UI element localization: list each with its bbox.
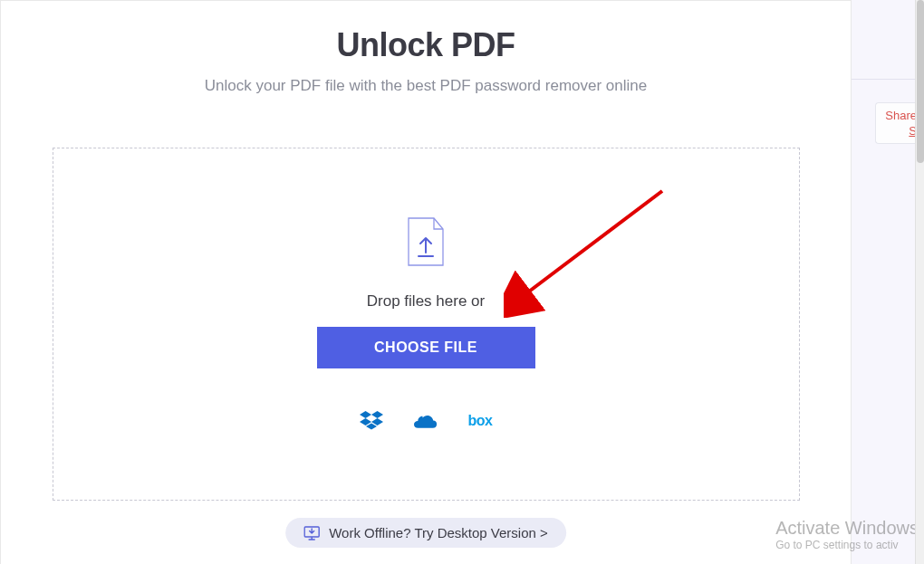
upload-document-icon bbox=[405, 216, 447, 269]
scrollbar-thumb[interactable] bbox=[917, 0, 924, 163]
share-tab-line2: S bbox=[885, 124, 917, 139]
desktop-version-button[interactable]: Work Offline? Try Desktop Version > bbox=[285, 518, 566, 548]
onedrive-icon[interactable] bbox=[414, 410, 438, 432]
right-side-panel bbox=[852, 0, 924, 564]
vertical-scrollbar[interactable] bbox=[915, 0, 924, 564]
main-content: Unlock PDF Unlock your PDF file with the… bbox=[0, 0, 852, 564]
monitor-download-icon bbox=[303, 526, 320, 540]
desktop-version-label: Work Offline? Try Desktop Version > bbox=[329, 525, 548, 540]
share-tab-line1: Share bbox=[885, 109, 917, 124]
page-subtitle: Unlock your PDF file with the best PDF p… bbox=[205, 77, 647, 95]
choose-file-button[interactable]: CHOOSE FILE bbox=[317, 327, 535, 368]
cloud-source-row: box bbox=[360, 410, 493, 432]
page-title: Unlock PDF bbox=[336, 26, 515, 64]
drop-text-label: Drop files here or bbox=[367, 292, 485, 311]
file-dropzone[interactable]: Drop files here or CHOOSE FILE box bbox=[53, 148, 800, 501]
right-side-panel-header bbox=[852, 0, 924, 80]
dropbox-icon[interactable] bbox=[360, 410, 383, 432]
box-icon[interactable]: box bbox=[468, 413, 493, 429]
